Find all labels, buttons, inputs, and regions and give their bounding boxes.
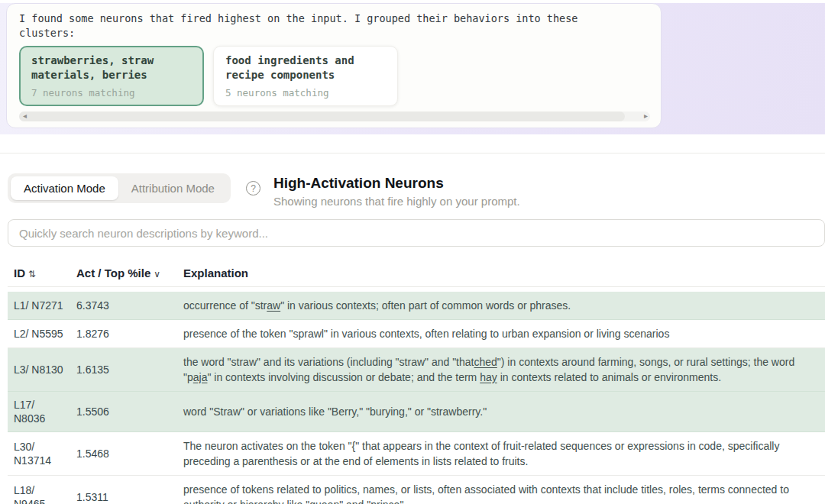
cell-act: 6.3743 <box>76 299 183 312</box>
assistant-message-card: I found some neurons that fired highest … <box>6 3 662 128</box>
chevron-down-icon: ∨ <box>154 269 160 279</box>
cluster-title: strawberries, straw materials, berries <box>31 53 192 82</box>
scrollbar-right-arrow-icon[interactable]: ▸ <box>644 111 648 121</box>
mode-bar: Activation Mode Attribution Mode ? High-… <box>8 173 817 208</box>
cell-act: 1.5311 <box>76 491 183 503</box>
section-divider <box>0 153 825 153</box>
cell-id: L18/N9465 <box>14 483 76 504</box>
cluster-card[interactable]: strawberries, straw materials, berries 7… <box>19 46 204 106</box>
cell-act: 1.6135 <box>76 363 183 376</box>
assistant-message: I found some neurons that fired highest … <box>19 11 615 40</box>
cell-id: L1/ N7271 <box>14 299 76 312</box>
section-headings: High-Activation Neurons Showing neurons … <box>273 173 520 208</box>
page-title: High-Activation Neurons <box>273 173 520 192</box>
col-header-explanation[interactable]: Explanation <box>183 267 825 279</box>
cell-id: L2/ N5595 <box>14 327 76 341</box>
cell-act: 1.5506 <box>76 405 183 418</box>
help-icon[interactable]: ? <box>246 181 260 195</box>
cluster-count: 5 neurons matching <box>225 87 386 99</box>
cluster-count: 7 neurons matching <box>31 87 192 99</box>
page-subtitle: Showing neurons that fire highly on your… <box>273 195 520 208</box>
table-row[interactable]: L18/N9465 1.5311 presence of tokens rela… <box>8 476 825 504</box>
tab-activation-mode[interactable]: Activation Mode <box>11 176 118 200</box>
cell-act: 1.5468 <box>76 447 183 460</box>
scrollbar-thumb[interactable] <box>19 111 625 121</box>
tab-attribution-mode[interactable]: Attribution Mode <box>118 176 228 200</box>
search-input[interactable] <box>8 219 825 247</box>
cell-explanation: occurrence of "straw" in various context… <box>183 298 825 313</box>
cell-explanation: presence of the token "sprawl" in variou… <box>183 326 825 341</box>
scrollbar-left-arrow-icon[interactable]: ◂ <box>23 111 27 121</box>
table-row[interactable]: L17/N8036 1.5506 word "Straw" or variati… <box>8 392 825 432</box>
cell-explanation: The neuron activates on the token "{" th… <box>183 438 825 469</box>
table-header: ID⇅ Act / Top %ile∨ Explanation <box>8 259 825 287</box>
table-row[interactable]: L1/ N7271 6.3743 occurrence of "straw" i… <box>8 292 825 320</box>
cell-explanation: presence of tokens related to politics, … <box>183 482 825 504</box>
horizontal-scrollbar[interactable]: ◂ ▸ <box>19 111 650 121</box>
mode-tabs: Activation Mode Attribution Mode <box>8 173 231 203</box>
table-row[interactable]: L30/N13714 1.5468 The neuron activates o… <box>8 432 825 476</box>
hero-section: I found some neurons that fired highest … <box>0 3 825 134</box>
cell-explanation: word "Straw" or variations like "Berry,"… <box>183 404 825 419</box>
cluster-card[interactable]: food ingredients and recipe components 5… <box>213 46 398 106</box>
cell-explanation: the word "straw" and its variations (inc… <box>183 354 825 385</box>
table-row[interactable]: L3/ N8130 1.6135 the word "straw" and it… <box>8 348 825 392</box>
cluster-title: food ingredients and recipe components <box>225 53 386 82</box>
col-header-act[interactable]: Act / Top %ile∨ <box>76 267 183 279</box>
table-body: L1/ N7271 6.3743 occurrence of "straw" i… <box>8 292 825 504</box>
cell-id: L17/N8036 <box>14 398 76 425</box>
cell-act: 1.8276 <box>76 328 183 340</box>
cluster-cards: strawberries, straw materials, berries 7… <box>19 46 649 106</box>
col-header-id[interactable]: ID⇅ <box>14 267 76 279</box>
table-row[interactable]: L2/ N5595 1.8276 presence of the token "… <box>8 320 825 348</box>
sort-updown-icon: ⇅ <box>28 269 36 279</box>
cell-id: L30/N13714 <box>14 440 76 467</box>
neuron-table: ID⇅ Act / Top %ile∨ Explanation L1/ N727… <box>8 259 825 504</box>
cell-id: L3/ N8130 <box>14 363 76 376</box>
